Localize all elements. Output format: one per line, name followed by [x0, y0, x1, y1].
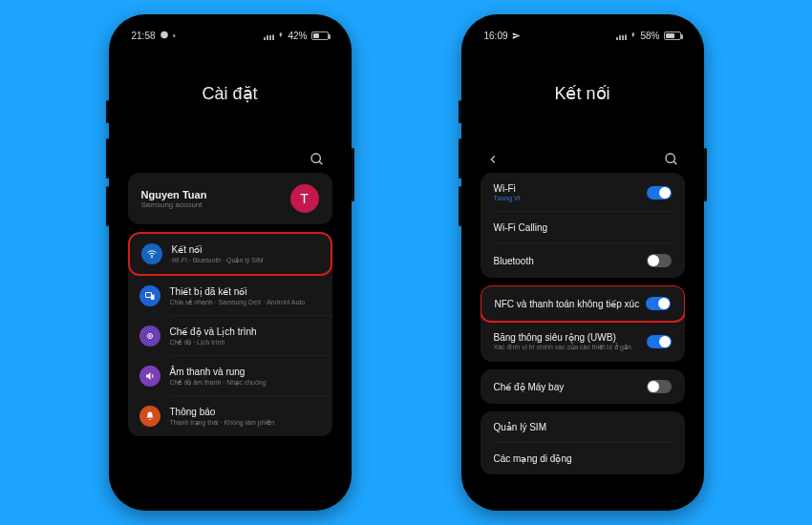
settings-list: Kết nốiWi-Fi · Bluetooth · Quản lý SIMTh… — [128, 232, 332, 436]
svg-line-9 — [673, 161, 676, 164]
svg-point-7 — [149, 335, 151, 337]
settings-group: Wi-FiTuong ViWi-Fi CallingBluetooth — [481, 173, 685, 278]
connections-list: Wi-FiTuong ViWi-Fi CallingBluetoothNFC v… — [471, 173, 694, 492]
modes-icon — [139, 326, 160, 346]
settings-item-sound[interactable]: Âm thanh và rungChế độ âm thanh · Nhạc c… — [128, 356, 332, 396]
account-sub: Samsung account — [141, 200, 207, 209]
toggle-switch[interactable] — [647, 380, 672, 393]
svg-point-0 — [160, 32, 168, 39]
connection-row[interactable]: NFC và thanh toán không tiếp xúc — [481, 285, 685, 323]
row-label: Băng thông siêu rộng (UWB) — [494, 332, 633, 343]
item-subtitle: Thanh trạng thái · Không làm phiền — [170, 419, 321, 427]
phone-frame-right: 16:09 58% Kết nối Wi-FiTuong ViWi-Fi Cal… — [461, 14, 704, 511]
row-sub: Xác định vị trí chính xác của các thiết … — [494, 344, 633, 351]
search-icon[interactable] — [664, 152, 679, 167]
row-label: Quản lý SIM — [494, 422, 546, 432]
status-bar: 16:09 58% — [471, 24, 694, 47]
battery-icon — [311, 32, 329, 40]
phone-frame-left: 21:58 • 42% Cài đặt Nguyen Tuan Samsung … — [109, 14, 352, 511]
row-label: Wi-Fi — [494, 183, 521, 194]
battery-icon — [664, 32, 681, 40]
row-label: Các mạng di động — [494, 453, 572, 464]
row-label: NFC và thanh toán không tiếp xúc — [495, 299, 640, 309]
item-title: Âm thanh và rung — [170, 367, 321, 378]
screen-left: 21:58 • 42% Cài đặt Nguyen Tuan Samsung … — [118, 24, 342, 501]
notif-icon — [139, 406, 160, 427]
item-title: Thông báo — [170, 407, 321, 418]
battery-pct: 42% — [288, 31, 307, 41]
row-label: Wi-Fi Calling — [494, 222, 548, 233]
toggle-switch[interactable] — [647, 186, 672, 200]
svg-point-1 — [311, 154, 320, 162]
battery-pct: 58% — [640, 31, 659, 41]
page-header: Kết nối — [471, 47, 694, 104]
search-icon[interactable] — [310, 152, 325, 167]
svg-point-8 — [666, 154, 674, 162]
connection-row[interactable]: Băng thông siêu rộng (UWB)Xác định vị tr… — [481, 322, 685, 362]
row-label: Bluetooth — [494, 256, 534, 266]
account-name: Nguyen Tuan — [141, 189, 207, 200]
connection-row[interactable]: Chế độ Máy bay — [481, 369, 685, 404]
row-label: Chế độ Máy bay — [494, 382, 565, 392]
devices-icon — [139, 285, 160, 306]
item-subtitle: Chia sẻ nhanh · Samsung DeX · Android Au… — [170, 299, 321, 306]
toggle-switch[interactable] — [647, 254, 672, 267]
settings-group: NFC và thanh toán không tiếp xúcBăng thô… — [481, 285, 685, 362]
svg-point-3 — [151, 257, 152, 258]
item-title: Thiết bị đã kết nối — [170, 286, 321, 298]
signal-icon — [264, 32, 274, 40]
svg-line-2 — [319, 161, 322, 164]
settings-item-notif[interactable]: Thông báoThanh trạng thái · Không làm ph… — [128, 396, 332, 436]
row-sub: Tuong Vi — [494, 195, 521, 201]
flash-icon — [278, 31, 284, 40]
toggle-switch[interactable] — [647, 335, 672, 348]
page-title: Kết nối — [471, 83, 694, 104]
svg-rect-5 — [151, 295, 155, 301]
connection-row[interactable]: Bluetooth — [481, 243, 685, 278]
signal-icon — [616, 32, 627, 40]
flash-icon — [630, 31, 636, 40]
item-title: Chế độ và Lịch trình — [170, 326, 321, 338]
send-icon — [512, 32, 521, 40]
page-title: Cài đặt — [118, 83, 342, 104]
toggle-switch[interactable] — [646, 297, 671, 310]
connection-row[interactable]: Wi-FiTuong Vi — [481, 173, 685, 212]
page-header: Cài đặt — [118, 47, 342, 104]
account-card[interactable]: Nguyen Tuan Samsung account T — [128, 173, 332, 224]
connection-row[interactable]: Quản lý SIM — [481, 411, 685, 443]
item-subtitle: Wi-Fi · Bluetooth · Quản lý SIM — [172, 257, 319, 264]
settings-group: Chế độ Máy bay — [481, 369, 685, 404]
avatar[interactable]: T — [290, 184, 319, 213]
settings-item-wifi[interactable]: Kết nốiWi-Fi · Bluetooth · Quản lý SIM — [128, 232, 332, 276]
svg-rect-4 — [145, 293, 151, 298]
status-bar: 21:58 • 42% — [118, 24, 342, 47]
settings-item-devices[interactable]: Thiết bị đã kết nốiChia sẻ nhanh · Samsu… — [128, 276, 332, 316]
screen-right: 16:09 58% Kết nối Wi-FiTuong ViWi-Fi Cal… — [471, 24, 694, 501]
status-time: 21:58 — [132, 31, 156, 41]
settings-group: Quản lý SIMCác mạng di động — [481, 411, 685, 474]
item-subtitle: Chế độ · Lịch trình — [170, 339, 321, 346]
back-icon[interactable] — [486, 153, 500, 166]
messenger-icon — [160, 31, 169, 40]
connection-row[interactable]: Các mạng di động — [481, 443, 685, 474]
settings-item-modes[interactable]: Chế độ và Lịch trìnhChế độ · Lịch trình — [128, 316, 332, 356]
item-title: Kết nối — [172, 244, 319, 256]
wifi-icon — [141, 243, 162, 264]
sound-icon — [139, 366, 160, 387]
status-time: 16:09 — [484, 31, 508, 41]
connection-row[interactable]: Wi-Fi Calling — [481, 212, 685, 243]
item-subtitle: Chế độ âm thanh · Nhạc chuông — [170, 379, 321, 387]
